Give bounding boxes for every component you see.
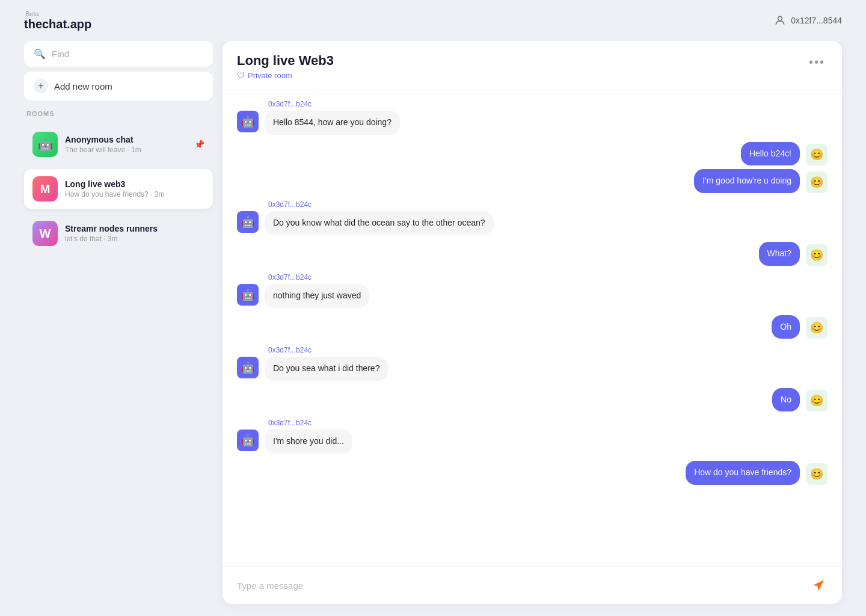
message-bubble-5: nothing they just waved: [265, 284, 369, 308]
room-avatar-streamr: W: [32, 221, 58, 246]
add-room-button[interactable]: + Add new room: [24, 72, 213, 100]
add-room-label: Add new room: [54, 81, 112, 91]
avatar-self-8: 😊: [806, 390, 828, 411]
avatar-self-4: 😊: [806, 244, 828, 266]
rooms-section-label: ROOMS: [24, 105, 213, 120]
chat-header: Long live Web3 🛡 Private room •••: [223, 41, 842, 90]
message-bubble-2a: Hello b24c!: [741, 142, 800, 166]
message-bubble-10: How do you have friends?: [686, 461, 800, 485]
message-row-5: 🤖 nothing they just waved: [237, 284, 828, 308]
message-row-1: 🤖 Hello 8544, how are you doing?: [237, 111, 828, 135]
chat-messages: 0x3d7f...b24c 🤖 Hello 8544, how are you …: [223, 90, 842, 566]
user-address-area: 0x12f7...8544: [774, 14, 842, 26]
self-row-8: No 😊: [772, 388, 828, 412]
user-icon: [774, 14, 786, 26]
more-options-button[interactable]: •••: [806, 53, 828, 72]
message-group-8: No 😊: [237, 388, 828, 412]
message-group-6: Oh 😊: [237, 315, 828, 339]
sender-name-1: 0x3d7f...b24c: [237, 100, 828, 108]
chat-area: Long live Web3 🛡 Private room ••• 0x3d7f…: [223, 41, 842, 604]
avatar-self-10: 😊: [806, 463, 828, 485]
search-icon: 🔍: [34, 48, 46, 60]
message-bubble-2b: I'm good how're u doing: [694, 169, 800, 193]
message-bubble-7: Do you sea what i did there?: [265, 357, 388, 381]
self-row-6: Oh 😊: [772, 315, 828, 339]
room-item-anonymous[interactable]: 🤖 Anonymous chat The bear will leave · 1…: [24, 125, 213, 164]
user-address: 0x12f7...8544: [791, 16, 842, 25]
message-bubble-4: What?: [759, 242, 800, 266]
message-group-3: 0x3d7f...b24c 🤖 Do you know what did the…: [237, 200, 828, 235]
room-item-web3[interactable]: M Long live web3 How do you have friends…: [24, 169, 213, 209]
private-label: Private room: [248, 71, 292, 80]
send-button[interactable]: [809, 576, 828, 594]
self-row-10: How do you have friends? 😊: [686, 461, 828, 485]
message-row-7: 🤖 Do you sea what i did there?: [237, 357, 828, 381]
room-name-web3: Long live web3: [65, 179, 204, 189]
message-group-5: 0x3d7f...b24c 🤖 nothing they just waved: [237, 273, 828, 308]
chat-header-info: Long live Web3 🛡 Private room: [237, 53, 334, 80]
self-row-4: What? 😊: [759, 242, 828, 266]
message-group-10: How do you have friends? 😊: [237, 461, 828, 485]
main-layout: 🔍 Find + Add new room ROOMS 🤖 Anonymous …: [0, 41, 866, 616]
message-row-9: 🤖 I'm shore you did...: [237, 430, 828, 454]
svg-point-0: [778, 16, 782, 20]
message-bubble-3: Do you know what did the ocean say to th…: [265, 211, 494, 235]
message-group-4: What? 😊: [237, 242, 828, 266]
room-item-streamr[interactable]: W Streamr nodes runners let's do that · …: [24, 214, 213, 253]
message-row-3: 🤖 Do you know what did the ocean say to …: [237, 211, 828, 235]
room-info-anonymous: Anonymous chat The bear will leave · 1m: [65, 135, 187, 154]
message-group-7: 0x3d7f...b24c 🤖 Do you sea what i did th…: [237, 346, 828, 381]
message-group-9: 0x3d7f...b24c 🤖 I'm shore you did...: [237, 419, 828, 454]
avatar-self-6: 😊: [806, 317, 828, 339]
sender-name-7: 0x3d7f...b24c: [237, 346, 828, 354]
plus-icon: +: [34, 79, 48, 93]
room-info-web3: Long live web3 How do you have friends? …: [65, 179, 204, 199]
room-avatar-anonymous: 🤖: [32, 132, 58, 157]
chat-subtitle: 🛡 Private room: [237, 71, 334, 80]
sender-name-3: 0x3d7f...b24c: [237, 200, 828, 209]
message-bubble-8: No: [772, 388, 800, 412]
avatar-self-2b: 😊: [806, 171, 828, 193]
room-preview-streamr: let's do that · 3m: [65, 235, 204, 243]
avatar-other-5: 🤖: [237, 284, 259, 306]
shield-icon: 🛡: [237, 71, 245, 80]
message-bubble-1: Hello 8544, how are you doing?: [265, 111, 400, 135]
room-name-streamr: Streamr nodes runners: [65, 224, 204, 233]
room-avatar-web3: M: [32, 176, 58, 202]
message-bubble-6: Oh: [772, 315, 800, 339]
sender-name-9: 0x3d7f...b24c: [237, 419, 828, 427]
message-group-2: Hello b24c! 😊 I'm good how're u doing 😊: [237, 142, 828, 193]
sidebar: 🔍 Find + Add new room ROOMS 🤖 Anonymous …: [24, 41, 223, 604]
room-preview-anonymous: The bear will leave · 1m: [65, 146, 187, 154]
beta-label: Beta: [25, 10, 39, 17]
avatar-self-2: 😊: [806, 144, 828, 165]
room-preview-web3: How do you have friends? · 3m: [65, 190, 204, 199]
self-row-2a: Hello b24c! 😊: [741, 142, 828, 166]
chat-input-area: [223, 566, 842, 604]
self-row-2b: I'm good how're u doing 😊: [694, 169, 828, 193]
logo: Beta thechat.app: [24, 10, 91, 31]
search-button[interactable]: 🔍 Find: [24, 41, 213, 67]
search-label: Find: [52, 49, 69, 59]
pin-icon: 📌: [194, 140, 204, 149]
avatar-other-3: 🤖: [237, 211, 259, 233]
avatar-other-9: 🤖: [237, 430, 259, 451]
avatar-other-7: 🤖: [237, 357, 259, 378]
message-bubble-9: I'm shore you did...: [265, 430, 352, 454]
message-input[interactable]: [237, 581, 802, 591]
chat-title: Long live Web3: [237, 53, 334, 69]
room-name-anonymous: Anonymous chat: [65, 135, 187, 144]
room-info-streamr: Streamr nodes runners let's do that · 3m: [65, 224, 204, 243]
sender-name-5: 0x3d7f...b24c: [237, 273, 828, 282]
send-icon: [812, 579, 825, 592]
app-title: thechat.app: [24, 17, 91, 31]
app-header: Beta thechat.app 0x12f7...8544: [0, 0, 866, 41]
avatar-other-1: 🤖: [237, 111, 259, 132]
message-group-1: 0x3d7f...b24c 🤖 Hello 8544, how are you …: [237, 100, 828, 135]
